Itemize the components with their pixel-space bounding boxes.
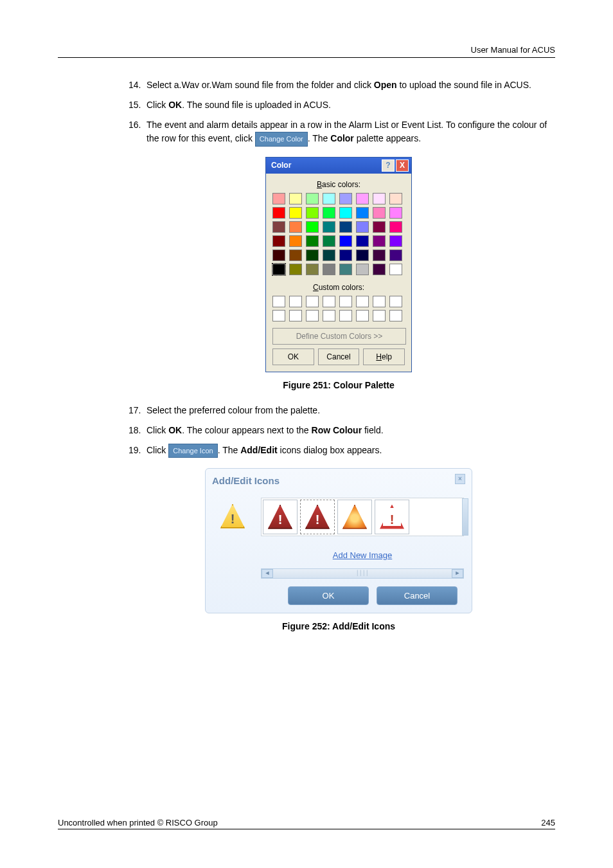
color-swatch[interactable] [306,221,319,233]
ae-cancel-button[interactable]: Cancel [377,586,458,606]
icon-scrollbar[interactable]: ◄ ┃┃┃┃ ► [261,568,464,579]
color-swatch[interactable] [356,264,369,275]
step-14: 14. Select a.Wav or.Wam sound file from … [129,78,549,92]
custom-color-slot[interactable] [339,310,352,321]
list-body: Click Change Icon. The Add/Edit icons di… [147,444,549,458]
add-new-image-link[interactable]: Add New Image [333,549,393,562]
color-swatch[interactable] [306,235,319,247]
custom-color-slot[interactable] [323,296,335,307]
color-swatch[interactable] [272,235,285,247]
custom-color-slot[interactable] [272,296,285,307]
footer-left: Uncontrolled when printed © RISCO Group [58,818,218,827]
color-swatch[interactable] [339,221,352,233]
dialog-help-lower-button[interactable]: Help [363,348,405,365]
icon-option-red-alert-selected[interactable]: ! [300,500,335,534]
color-swatch[interactable] [289,193,302,204]
ae-ok-button[interactable]: OK [288,586,369,606]
selected-icon-preview: ! [213,498,252,579]
figure-add-edit-icons: Add/Edit Icons × ! ! ! [129,468,549,613]
color-swatch[interactable] [323,235,335,247]
color-swatch[interactable] [339,193,352,204]
color-swatch[interactable] [356,235,369,247]
custom-color-slot[interactable] [356,296,369,307]
figure-caption-2: Figure 252: Add/Edit Icons [129,620,549,633]
basic-colors-grid [272,193,405,275]
custom-color-slot[interactable] [323,310,335,321]
icon-option-outlined-warning[interactable]: ! [375,500,409,534]
list-body: Click OK. The colour appears next to the… [147,424,549,437]
basic-colors-label: Basic colors: [272,179,405,190]
custom-colors-grid [272,296,405,321]
color-swatch[interactable] [323,264,335,275]
color-swatch[interactable] [272,207,285,219]
color-swatch[interactable] [289,221,302,233]
color-swatch[interactable] [323,207,335,219]
color-swatch[interactable] [306,207,319,219]
icon-option-fire[interactable] [337,500,372,534]
custom-color-slot[interactable] [306,296,319,307]
custom-color-slot[interactable] [289,296,302,307]
warning-triangle-icon: ! [220,504,245,529]
color-swatch[interactable] [306,264,319,275]
custom-color-slot[interactable] [306,310,319,321]
color-swatch[interactable] [356,249,369,261]
color-swatch[interactable] [289,235,302,247]
color-swatch[interactable] [339,264,352,275]
step-17: 17. Select the preferred colour from the… [129,404,549,417]
color-swatch[interactable] [389,249,402,261]
scroll-left-button[interactable]: ◄ [262,569,273,578]
color-swatch[interactable] [289,207,302,219]
color-swatch[interactable] [373,221,386,233]
color-swatch[interactable] [356,221,369,233]
color-swatch[interactable] [272,249,285,261]
color-swatch[interactable] [389,264,402,275]
color-swatch[interactable] [323,193,335,204]
dialog-cancel-button[interactable]: Cancel [318,348,360,365]
color-swatch[interactable] [323,221,335,233]
color-swatch[interactable] [373,235,386,247]
custom-color-slot[interactable] [339,296,352,307]
icon-option-red-alert[interactable]: ! [263,500,298,534]
custom-color-slot[interactable] [389,310,402,321]
color-swatch[interactable] [306,249,319,261]
color-swatch[interactable] [339,249,352,261]
color-swatch[interactable] [339,235,352,247]
color-swatch[interactable] [373,207,386,219]
page-footer: Uncontrolled when printed © RISCO Group … [58,818,555,829]
custom-color-slot[interactable] [272,310,285,321]
color-swatch[interactable] [272,264,285,275]
color-swatch[interactable] [356,193,369,204]
ae-dialog-close-button[interactable]: × [455,474,465,484]
color-swatch[interactable] [373,264,386,275]
list-number: 16. [129,118,147,147]
scroll-right-button[interactable]: ► [452,569,463,578]
change-color-button[interactable]: Change Color [255,132,308,147]
color-swatch[interactable] [373,193,386,204]
dialog-close-button[interactable]: X [396,159,409,172]
color-swatch[interactable] [389,235,402,247]
list-number: 18. [129,424,147,437]
color-swatch[interactable] [289,249,302,261]
color-swatch[interactable] [306,193,319,204]
change-icon-button[interactable]: Change Icon [168,444,217,458]
custom-color-slot[interactable] [373,296,386,307]
color-swatch[interactable] [389,193,402,204]
color-swatch[interactable] [339,207,352,219]
custom-color-slot[interactable] [373,310,386,321]
define-custom-colors-button[interactable]: Define Custom Colors >> [272,328,406,345]
custom-color-slot[interactable] [389,296,402,307]
color-swatch[interactable] [389,221,402,233]
dialog-ok-button[interactable]: OK [272,348,314,365]
custom-color-slot[interactable] [356,310,369,321]
custom-color-slot[interactable] [289,310,302,321]
list-number: 14. [129,78,147,92]
dialog-help-button[interactable]: ? [382,159,395,172]
color-swatch[interactable] [323,249,335,261]
color-swatch[interactable] [356,207,369,219]
color-swatch[interactable] [272,221,285,233]
color-swatch[interactable] [389,207,402,219]
color-swatch[interactable] [289,264,302,275]
step-19: 19. Click Change Icon. The Add/Edit icon… [129,444,549,458]
color-swatch[interactable] [373,249,386,261]
color-swatch[interactable] [272,193,285,204]
